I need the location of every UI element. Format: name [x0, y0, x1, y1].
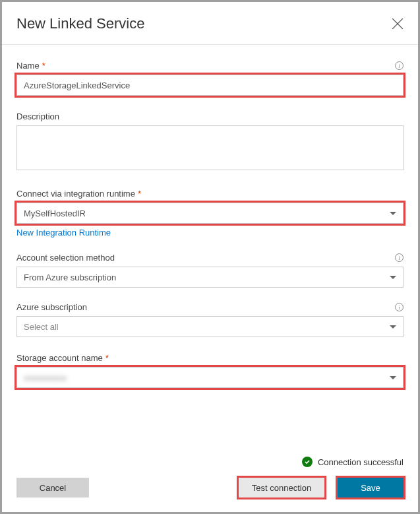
test-connection-button[interactable]: Test connection [239, 478, 324, 498]
runtime-label: Connect via integration runtime* [16, 189, 141, 199]
panel-footer: Cancel Test connection Save [2, 474, 418, 512]
account-method-field-block: Account selection method i From Azure su… [16, 253, 404, 288]
account-method-label: Account selection method [16, 253, 115, 263]
save-button[interactable]: Save [338, 478, 404, 498]
close-icon[interactable] [392, 18, 404, 30]
runtime-select[interactable]: MySelfHostedIR [16, 203, 404, 224]
storage-account-label: Storage account name* [16, 353, 109, 363]
runtime-value: MySelfHostedIR [24, 209, 86, 218]
description-field-block: Description [16, 110, 404, 173]
info-icon[interactable]: i [395, 303, 404, 311]
account-method-select[interactable]: From Azure subscription [16, 267, 404, 288]
panel-title: New Linked Service [16, 15, 144, 32]
chevron-down-icon [390, 376, 396, 379]
cancel-button[interactable]: Cancel [16, 478, 89, 498]
name-input[interactable] [16, 75, 404, 96]
description-label: Description [16, 112, 59, 121]
storage-account-value: xxxxxxxxxx [24, 373, 67, 383]
chevron-down-icon [390, 212, 396, 215]
subscription-select[interactable]: Select all [16, 316, 404, 337]
chevron-down-icon [390, 325, 396, 329]
storage-account-field-block: Storage account name* xxxxxxxxxx [16, 352, 404, 388]
storage-account-select[interactable]: xxxxxxxxxx [16, 367, 404, 388]
description-input[interactable] [16, 125, 404, 170]
name-field-block: Name* i [16, 61, 404, 96]
form-body: Name* i Description Connect via integrat… [2, 45, 418, 457]
status-message: Connection successful [318, 457, 404, 467]
subscription-label: Azure subscription [16, 302, 87, 312]
account-method-value: From Azure subscription [24, 273, 116, 282]
runtime-field-block: Connect via integration runtime* MySelfH… [16, 187, 404, 238]
subscription-field-block: Azure subscription i Select all [16, 302, 404, 337]
name-label: Name* [16, 61, 45, 71]
info-icon[interactable]: i [395, 253, 404, 262]
success-check-icon [302, 457, 313, 467]
panel-header: New Linked Service [2, 2, 418, 45]
status-row: Connection successful [2, 457, 418, 474]
footer-right-group: Test connection Save [239, 478, 404, 498]
subscription-value: Select all [24, 322, 59, 332]
new-runtime-link[interactable]: New Integration Runtime [16, 228, 111, 238]
new-linked-service-panel: New Linked Service Name* i Description C… [2, 2, 418, 512]
info-icon[interactable]: i [395, 61, 404, 70]
chevron-down-icon [390, 276, 396, 279]
